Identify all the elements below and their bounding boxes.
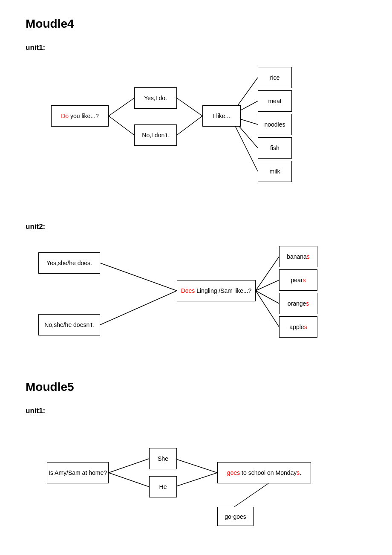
moudle4-title: Moudle4: [26, 17, 366, 31]
unit2-label: unit2:: [26, 223, 366, 231]
unit2-item-apples: apples: [279, 316, 317, 338]
svg-line-1: [109, 116, 134, 135]
moudle5-unit1-section: unit1: Is Amy/Sam at home? She: [26, 407, 366, 539]
unit1-item-fish: fish: [258, 137, 292, 159]
svg-line-11: [256, 257, 279, 291]
unit1-no-box: No,I don't.: [134, 124, 177, 146]
unit2-no-box: No,she/he doesn't.: [38, 314, 100, 335]
svg-line-3: [177, 116, 202, 135]
unit2-yes-box: Yes,she/he does.: [38, 252, 100, 274]
moudle5-sentence-box: goes to school on Mondays.: [217, 462, 311, 483]
moudle5-unit1-label: unit1:: [26, 407, 366, 415]
svg-line-13: [256, 291, 279, 304]
moudle5-section: Moudle5 unit1: Is Amy/Sam at home? She: [26, 380, 366, 539]
svg-line-0: [109, 98, 134, 116]
unit1-question-box: Do you like...?: [51, 105, 109, 127]
moudle4-section: Moudle4 unit1: Do you like...?: [26, 17, 366, 359]
unit1-item-noodles: noodles: [258, 114, 292, 135]
svg-line-9: [100, 263, 177, 291]
unit2-item-pears: pears: [279, 269, 317, 291]
moudle5-question-box: Is Amy/Sam at home?: [47, 462, 109, 483]
unit2-item-bananas: bananas: [279, 246, 317, 267]
unit1-yes-box: Yes,I do.: [134, 87, 177, 109]
svg-line-12: [256, 280, 279, 291]
unit1-label: unit1:: [26, 43, 366, 52]
svg-line-19: [234, 483, 268, 507]
moudle5-she-box: She: [149, 448, 177, 469]
unit2-item-oranges: oranges: [279, 293, 317, 314]
svg-line-2: [177, 98, 202, 116]
svg-line-17: [175, 459, 217, 473]
svg-line-16: [109, 473, 149, 487]
moudle5-title: Moudle5: [26, 380, 366, 394]
unit1-item-milk: milk: [258, 161, 292, 182]
svg-line-10: [100, 291, 177, 325]
unit1-center-box: I like...: [202, 105, 241, 127]
unit2-center-box: Does Lingling /Sam like...?: [177, 280, 256, 301]
moudle5-he-box: He: [149, 476, 177, 497]
unit1-item-rice: rice: [258, 67, 292, 88]
unit2-diagram: Yes,she/he does. No,she/he doesn't. Does…: [26, 240, 366, 359]
svg-line-18: [175, 473, 217, 487]
moudle5-unit1-diagram: Is Amy/Sam at home? She He goes to schoo…: [26, 428, 366, 539]
moudle5-gogoes-box: go-goes: [217, 507, 254, 526]
unit1-item-meat: meat: [258, 90, 292, 112]
unit1-section: unit1: Do you like...?: [26, 43, 366, 205]
unit1-diagram: Do you like...? Yes,I do. No,I don't. I …: [26, 61, 366, 205]
svg-line-15: [109, 459, 149, 473]
unit2-section: unit2: Yes,she/he does. No,she/he doesn'…: [26, 223, 366, 359]
svg-line-14: [256, 291, 279, 327]
